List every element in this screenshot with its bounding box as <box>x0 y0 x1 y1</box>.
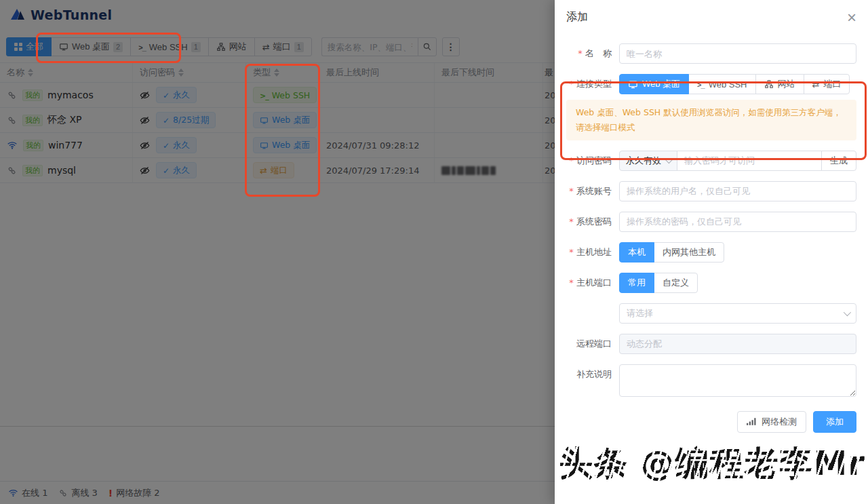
conn-type-website[interactable]: 网站 <box>755 74 804 94</box>
form-row-remote-port: 远程端口 <box>566 334 856 354</box>
close-icon[interactable] <box>847 11 856 24</box>
host-port-custom[interactable]: 自定义 <box>654 273 698 293</box>
access-pwd-input[interactable] <box>677 151 822 171</box>
warning-alert: Web 桌面、Web SSH 默认使用浏览器访问，如需使用第三方客户端，请选择端… <box>566 100 856 140</box>
sys-pwd-input[interactable] <box>619 212 856 232</box>
conn-type-web-desktop[interactable]: Web 桌面 <box>619 74 689 94</box>
sys-user-input[interactable] <box>619 181 856 201</box>
form-row-sys-pwd: 系统密码 <box>566 212 856 232</box>
form-row-note: 补充说明 <box>566 364 856 400</box>
form-row-conn-type: 连接类型 Web 桌面 Web SSH 网站 <box>566 74 856 94</box>
host-port-common[interactable]: 常用 <box>619 273 654 293</box>
chevron-down-icon <box>844 309 851 316</box>
host-addr-lan-other[interactable]: 内网其他主机 <box>654 242 724 263</box>
conn-type-label: 连接类型 <box>566 74 619 94</box>
conn-type-port[interactable]: 端口 <box>804 74 850 94</box>
remote-port-input <box>619 334 856 354</box>
note-textarea[interactable] <box>619 364 856 397</box>
host-addr-local[interactable]: 本机 <box>619 242 654 263</box>
note-label: 补充说明 <box>566 364 619 385</box>
access-pwd-label: 访问密码 <box>566 151 619 171</box>
signal-bars-icon <box>747 417 757 426</box>
host-port-group: 常用 自定义 <box>619 273 698 293</box>
pwd-validity-select[interactable]: 永久有效 <box>619 151 677 171</box>
chevron-down-icon <box>665 156 673 163</box>
form-row-access-pwd: 访问密码 永久有效 生成 <box>566 151 856 171</box>
form-row-host-port: 主机端口 常用 自定义 <box>566 273 856 293</box>
conn-type-web-ssh[interactable]: Web SSH <box>688 74 755 94</box>
add-connection-drawer: 添加 名 称 连接类型 Web 桌面 Web SSH <box>555 0 868 504</box>
drawer-footer: 网络检测 添加 <box>566 411 856 433</box>
sys-user-label: 系统账号 <box>566 181 619 201</box>
drawer-header: 添加 <box>566 10 856 24</box>
host-addr-group: 本机 内网其他主机 <box>619 242 724 263</box>
form-row-port-select: 请选择 <box>566 303 856 324</box>
name-input[interactable] <box>619 43 856 64</box>
sitemap-icon <box>764 79 774 89</box>
terminal-icon <box>697 79 705 90</box>
webtunnel-screen: WebTunnel 全部 Web 桌面 2 Web SSH 1 <box>0 0 868 504</box>
drawer-title: 添加 <box>566 10 588 24</box>
swap-arrows-icon <box>812 79 820 90</box>
form-row-name: 名 称 <box>566 43 856 64</box>
submit-add-button[interactable]: 添加 <box>813 411 856 433</box>
port-select[interactable]: 请选择 <box>619 303 856 324</box>
form-row-sys-user: 系统账号 <box>566 181 856 201</box>
form-row-host-addr: 主机地址 本机 内网其他主机 <box>566 242 856 263</box>
watermark-text: 头条 @编程老李Mr <box>559 441 865 486</box>
network-check-button[interactable]: 网络检测 <box>737 411 806 433</box>
sys-pwd-label: 系统密码 <box>566 212 619 232</box>
monitor-icon <box>628 79 638 90</box>
generate-password-button[interactable]: 生成 <box>821 151 856 171</box>
name-label: 名 称 <box>566 43 619 64</box>
conn-type-group: Web 桌面 Web SSH 网站 端口 <box>619 74 850 94</box>
remote-port-label: 远程端口 <box>566 334 619 354</box>
host-addr-label: 主机地址 <box>566 242 619 263</box>
host-port-label: 主机端口 <box>566 273 619 293</box>
